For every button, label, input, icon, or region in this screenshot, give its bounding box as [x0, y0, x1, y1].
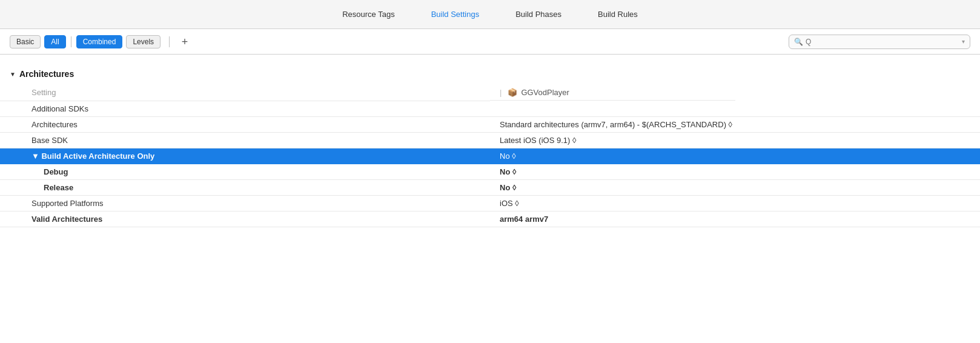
table-row[interactable]: DebugNo ◊ [0, 164, 980, 179]
toolbar-separator [169, 36, 170, 47]
tab-build-rules[interactable]: Build Rules [598, 7, 638, 21]
col-header-value: | 📦 GGVodPlayer [490, 85, 735, 101]
table-row[interactable]: Supported PlatformsiOS ◊ [0, 195, 980, 211]
table-row[interactable]: Additional SDKs [0, 101, 980, 116]
search-box[interactable]: 🔍 ▾ [789, 35, 970, 49]
combined-button[interactable]: Combined [76, 35, 123, 48]
table-row[interactable]: ▼ Build Active Architecture OnlyNo ◊ [0, 148, 980, 164]
setting-cell: Debug [0, 164, 490, 179]
value-cell: Latest iOS (iOS 9.1) ◊ [490, 132, 980, 148]
section-title: Architectures [19, 69, 74, 79]
setting-cell: Base SDK [0, 132, 490, 148]
setting-cell: Release [0, 179, 490, 195]
add-button[interactable]: + [178, 35, 191, 48]
column-separator-icon: | [500, 88, 502, 97]
tab-build-phases[interactable]: Build Phases [515, 7, 561, 21]
setting-cell: Valid Architectures [0, 211, 490, 227]
content: ▼ Architectures Setting | 📦 GGVodPlayer … [0, 63, 980, 227]
divider-1 [71, 36, 71, 47]
toolbar: Basic All Combined Levels + 🔍 ▾ [0, 29, 980, 55]
section-triangle[interactable]: ▼ [10, 71, 16, 78]
table-row[interactable]: ReleaseNo ◊ [0, 179, 980, 195]
tab-bar: Resource Tags Build Settings Build Phase… [0, 0, 980, 29]
value-cell: No ◊ [490, 179, 980, 195]
search-icon: 🔍 [794, 38, 803, 46]
table-row[interactable]: ArchitecturesStandard architectures (arm… [0, 116, 980, 132]
value-cell: No ◊ [490, 164, 980, 179]
basic-button[interactable]: Basic [10, 35, 41, 48]
levels-button[interactable]: Levels [126, 35, 161, 48]
value-cell: arm64 armv7 [490, 211, 980, 227]
value-cell: No ◊ [490, 148, 980, 164]
setting-cell: Additional SDKs [0, 101, 490, 116]
value-cell: Standard architectures (armv7, arm64) - … [490, 116, 980, 132]
setting-cell: Supported Platforms [0, 195, 490, 211]
tab-build-settings[interactable]: Build Settings [431, 7, 480, 21]
target-name: GGVodPlayer [521, 88, 569, 97]
toolbar-right: 🔍 ▾ [789, 35, 970, 49]
value-cell: iOS ◊ [490, 195, 980, 211]
table-header-row: Setting | 📦 GGVodPlayer [0, 85, 980, 101]
section-header: ▼ Architectures [0, 63, 980, 85]
target-icon: 📦 [508, 88, 517, 97]
value-cell [490, 101, 980, 116]
table-row[interactable]: Valid Architecturesarm64 armv7 [0, 211, 980, 227]
col-header-setting: Setting [0, 85, 490, 101]
search-input[interactable] [806, 38, 959, 46]
settings-table: Setting | 📦 GGVodPlayer Additional SDKsA… [0, 85, 980, 227]
toolbar-left: Basic All Combined Levels + [10, 35, 789, 48]
all-button[interactable]: All [44, 35, 65, 48]
setting-cell: ▼ Build Active Architecture Only [0, 148, 490, 164]
table-row[interactable]: Base SDKLatest iOS (iOS 9.1) ◊ [0, 132, 980, 148]
search-dropdown-icon[interactable]: ▾ [962, 38, 965, 45]
setting-cell: Architectures [0, 116, 490, 132]
tab-resource-tags[interactable]: Resource Tags [342, 7, 394, 21]
